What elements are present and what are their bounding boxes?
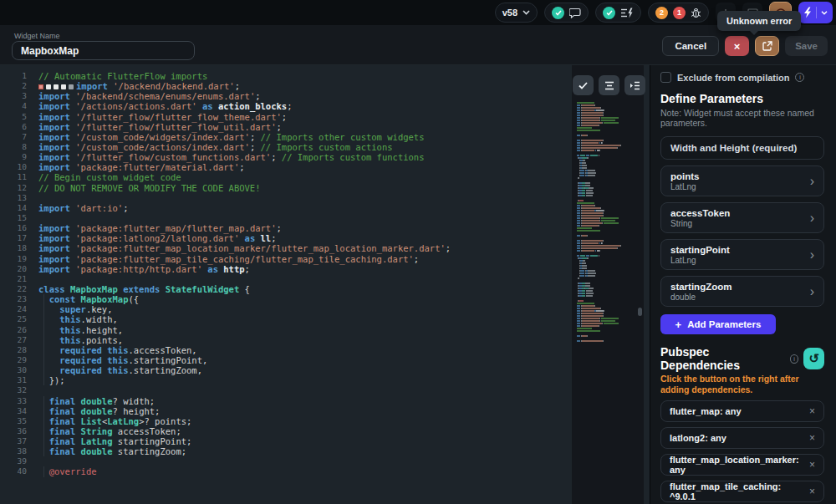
parameter-card-startingZoom[interactable]: startingZoomdouble› (660, 276, 824, 307)
dependency-chip: flutter_map_tile_caching: ^9.0.1× (660, 481, 824, 502)
code-line[interactable]: 2import '/backend/backend.dart'; (0, 81, 650, 91)
line-number: 40 (0, 466, 38, 476)
code-editor[interactable]: 1// Automatic FlutterFlow imports2import… (0, 65, 650, 504)
code-line[interactable]: 34 final double? height; (0, 406, 650, 416)
code-line[interactable]: 8import '/custom_code/actions/index.dart… (0, 142, 650, 152)
line-number: 3 (0, 91, 38, 101)
code-line[interactable]: 16import 'package:flutter_map/flutter_ma… (0, 223, 650, 233)
line-number: 33 (0, 396, 38, 406)
parameter-type: LatLng (670, 256, 810, 265)
widget-name-input[interactable] (12, 41, 195, 60)
minimap-content (573, 102, 640, 342)
refresh-dependencies-button[interactable]: ↺ (803, 348, 824, 369)
chevron-right-icon: › (810, 285, 814, 298)
app-root: v58 2 1 Unknown erro (0, 0, 836, 504)
code-line[interactable]: 26 this.height, (0, 325, 650, 335)
code-line[interactable]: 32 (0, 385, 650, 395)
code-line[interactable]: 5import '/flutter_flow/flutter_flow_them… (0, 112, 650, 122)
line-number: 5 (0, 112, 38, 122)
code-line[interactable]: 11// Begin custom widget code (0, 172, 650, 182)
code-line[interactable]: 9import '/flutter_flow/custom_functions.… (0, 152, 650, 162)
code-line[interactable]: 4import '/actions/actions.dart' as actio… (0, 101, 650, 111)
remove-dependency-button[interactable]: × (809, 459, 815, 471)
add-parameters-button[interactable]: + Add Parameters (660, 314, 776, 334)
code-text: required this.accessToken, (38, 345, 650, 355)
exclude-compilation-checkbox[interactable] (660, 72, 671, 83)
parameter-card-accessToken[interactable]: accessTokenString› (660, 202, 824, 233)
code-line[interactable]: 17import 'package:latlong2/latlong.dart'… (0, 233, 650, 243)
code-line[interactable]: 3import '/backend/schema/enums/enums.dar… (0, 91, 650, 101)
line-number: 26 (0, 325, 38, 335)
code-line[interactable]: 22class MapboxMap extends StatefulWidget… (0, 284, 650, 294)
code-text: class MapboxMap extends StatefulWidget { (38, 284, 650, 294)
issues-pill[interactable]: 2 1 (648, 3, 709, 23)
code-line[interactable]: 33 final double? width; (0, 396, 650, 406)
code-line[interactable]: 29 required this.startingPoint, (0, 355, 650, 365)
remove-dependency-button[interactable]: × (809, 486, 815, 497)
save-button[interactable]: Save (785, 36, 828, 56)
line-number: 32 (0, 385, 38, 395)
remove-dependency-button[interactable]: × (809, 432, 815, 444)
code-line[interactable]: 6import '/flutter_flow/flutter_flow_util… (0, 122, 650, 132)
run-split-button[interactable] (798, 2, 833, 23)
code-line[interactable]: 13 (0, 193, 650, 203)
minimap[interactable] (573, 102, 640, 479)
code-line[interactable]: 18import 'package:flutter_map_location_m… (0, 243, 650, 253)
code-line[interactable]: 21 (0, 274, 650, 284)
width-height-required-box: Width and Height (required) (660, 136, 824, 160)
code-line[interactable]: 19import 'package:flutter_map_tile_cachi… (0, 254, 650, 264)
code-line[interactable]: 24 super.key, (0, 304, 650, 314)
error-square (38, 84, 43, 89)
parameter-card-points[interactable]: pointsLatLng› (660, 165, 824, 196)
refresh-icon: ↺ (808, 351, 819, 366)
open-external-button[interactable] (755, 36, 779, 56)
code-text: import 'package:latlong2/latlong.dart' a… (38, 233, 650, 243)
code-line[interactable]: 20import 'package:http/http.dart' as htt… (0, 264, 650, 274)
bug-icon (691, 8, 701, 18)
code-line[interactable]: 14import 'dart:io'; (0, 203, 650, 213)
version-dropdown[interactable]: v58 (495, 3, 538, 23)
line-number: 34 (0, 406, 38, 416)
tests-status-pill[interactable] (595, 3, 641, 23)
code-line[interactable]: 36 final String accessToken; (0, 426, 650, 436)
line-number: 1 (0, 71, 38, 81)
code-line[interactable]: 7import '/custom_code/widgets/index.dart… (0, 132, 650, 142)
version-label: v58 (502, 8, 517, 18)
code-line[interactable]: 40 @override (0, 466, 650, 476)
validate-code-button[interactable] (573, 75, 594, 95)
code-line[interactable]: 37 final LatLng startingPoint; (0, 436, 650, 446)
parameter-card-startingPoint[interactable]: startingPointLatLng› (660, 239, 824, 270)
format-code-button[interactable] (599, 75, 619, 95)
comments-status-pill[interactable] (544, 3, 589, 23)
error-square (54, 84, 59, 89)
code-line[interactable]: 10import 'package:flutter/material.dart'… (0, 162, 650, 172)
code-line[interactable]: 31 }); (0, 375, 650, 385)
code-text: this.width, (38, 314, 650, 324)
cancel-button[interactable]: Cancel (662, 36, 719, 56)
dependency-label: latlong2: any (670, 433, 809, 443)
code-line[interactable]: 23 const MapboxMap({ (0, 294, 650, 304)
parameter-type: LatLng (670, 182, 810, 191)
code-line[interactable]: 39 (0, 456, 650, 466)
error-close-button[interactable]: × (725, 36, 749, 56)
code-line[interactable]: 35 final List<LatLng>? points; (0, 416, 650, 426)
code-line[interactable]: 38 final double startingZoom; (0, 446, 650, 456)
code-line[interactable]: 30 required this.startingZoom, (0, 365, 650, 375)
divider (816, 7, 817, 18)
check-circle-icon (603, 7, 615, 19)
external-link-icon (762, 41, 772, 51)
code-line[interactable]: 28 required this.accessToken, (0, 345, 650, 355)
parameters-list: pointsLatLng›accessTokenString›startingP… (660, 165, 824, 307)
code-line[interactable]: 12// DO NOT REMOVE OR MODIFY THE CODE AB… (0, 183, 650, 193)
code-line[interactable]: 25 this.width, (0, 314, 650, 324)
define-parameters-title: Define Parameters (660, 92, 824, 105)
editor-scrollbar-thumb[interactable] (638, 308, 642, 316)
remove-dependency-button[interactable]: × (809, 405, 815, 417)
chat-icon (569, 8, 581, 18)
format-selection-button[interactable] (624, 75, 645, 95)
code-line[interactable]: 27 this.points, (0, 335, 650, 345)
info-icon[interactable]: i (790, 354, 799, 364)
info-icon[interactable]: i (795, 73, 804, 82)
code-line[interactable]: 15 (0, 213, 650, 223)
code-line[interactable]: 1// Automatic FlutterFlow imports (0, 71, 650, 81)
